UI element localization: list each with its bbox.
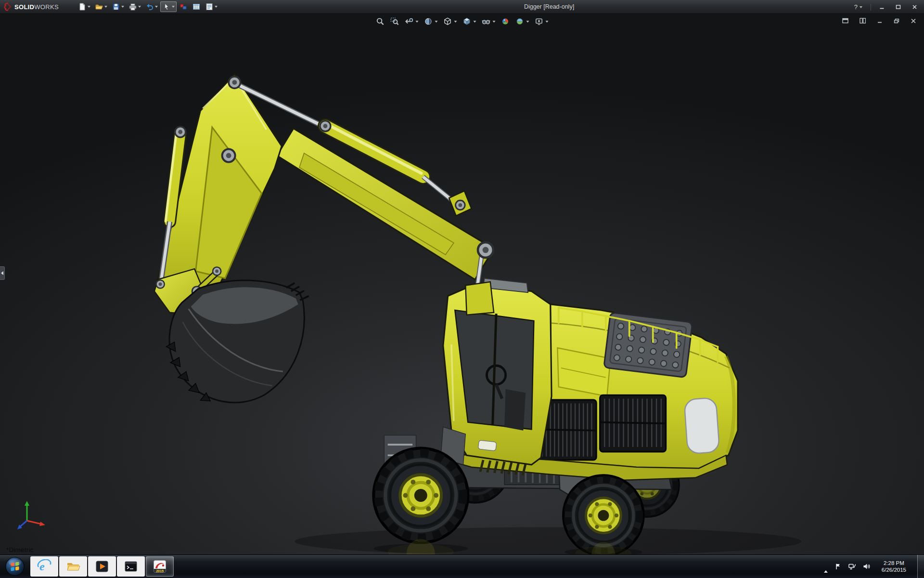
solidworks-logo-icon <box>3 2 12 11</box>
taskbar-app-windows-explorer[interactable] <box>59 556 87 577</box>
chevron-down-icon <box>435 21 438 23</box>
open-folder-icon <box>95 2 103 11</box>
tray-show-hidden-icons-button[interactable] <box>824 563 828 570</box>
pivot-boom-base <box>478 242 493 258</box>
side-grille-right <box>600 395 666 452</box>
scene-ball-icon <box>515 17 525 26</box>
close-button[interactable] <box>909 4 920 10</box>
pivot-link-c <box>213 267 221 275</box>
chevron-down-icon <box>454 21 457 23</box>
component-icon <box>179 2 188 11</box>
tray-action-center-button[interactable] <box>834 563 842 570</box>
tray-network-button[interactable] <box>848 563 856 570</box>
tile-windows-button[interactable] <box>857 17 869 24</box>
new-button[interactable] <box>76 1 92 12</box>
chevron-down-icon <box>416 21 419 23</box>
chevron-up-icon <box>824 563 828 573</box>
taskbar-app-internet-explorer[interactable]: e <box>30 556 58 577</box>
document-properties-button[interactable] <box>203 1 219 12</box>
open-button[interactable] <box>93 1 109 12</box>
boom-assembly <box>154 74 494 317</box>
start-button[interactable] <box>0 555 30 578</box>
pivot-left-cylinder <box>175 127 186 137</box>
media-player-icon <box>95 559 109 574</box>
internet-explorer-icon: e <box>37 559 51 574</box>
rear-window <box>684 397 719 454</box>
orientation-cube-icon <box>443 17 452 26</box>
chevron-down-icon <box>215 6 218 8</box>
print-button[interactable] <box>127 1 143 12</box>
new-window-button[interactable] <box>839 17 851 24</box>
appearance-ball-icon <box>501 17 510 26</box>
show-desktop-button[interactable] <box>917 555 924 578</box>
heads-up-view-toolbar <box>375 16 550 26</box>
help-button[interactable]: ? <box>851 3 865 11</box>
doc-minimize-icon <box>877 18 883 24</box>
bucket <box>166 280 308 403</box>
hide-show-items-button[interactable] <box>481 16 497 26</box>
view-orientation-button[interactable] <box>442 16 458 26</box>
zoom-to-area-button[interactable] <box>389 16 400 26</box>
windows-taskbar: e <box>0 554 924 578</box>
component-button[interactable] <box>177 1 190 12</box>
excavator-model[interactable] <box>0 14 924 554</box>
headlight <box>478 440 496 451</box>
maximize-icon <box>896 4 901 10</box>
chevron-left-icon <box>1 271 3 275</box>
display-style-icon <box>462 17 472 26</box>
view-settings-button[interactable] <box>534 16 550 26</box>
chevron-down-icon <box>172 6 175 8</box>
tile-windows-icon <box>860 18 866 24</box>
properties-form-icon <box>205 2 214 11</box>
printer-icon <box>128 2 137 11</box>
ground-shadow <box>295 527 801 554</box>
chevron-down-icon <box>526 21 529 23</box>
save-button[interactable] <box>110 1 126 12</box>
new-window-icon <box>842 18 848 24</box>
doc-restore-button[interactable] <box>891 18 902 24</box>
window-controls: ? <box>851 0 920 14</box>
taskbar-clock[interactable]: 2:28 PM 6/26/2015 <box>879 559 909 574</box>
display-style-button[interactable] <box>462 16 477 26</box>
pivot-cylinder-top <box>320 121 331 131</box>
section-view-button[interactable] <box>423 16 439 26</box>
chevron-down-icon <box>155 6 158 8</box>
minimize-icon <box>879 4 885 10</box>
desktop-screen: SOLIDWORKS <box>0 0 924 578</box>
taskbar-app-solidworks-2015[interactable]: 2015 <box>146 556 174 577</box>
previous-view-button[interactable] <box>404 16 420 26</box>
flag-icon <box>834 563 842 570</box>
doc-minimize-button[interactable] <box>874 18 886 24</box>
document-window-controls <box>839 17 919 24</box>
previous-view-icon <box>405 17 414 26</box>
maximize-button[interactable] <box>893 4 904 10</box>
zoom-area-icon <box>390 17 399 26</box>
chevron-down-icon <box>493 21 496 23</box>
minimize-button[interactable] <box>876 4 887 10</box>
doc-restore-icon <box>894 18 899 24</box>
new-document-icon <box>78 2 87 11</box>
taskbar-app-media-player[interactable] <box>88 556 116 577</box>
undo-button[interactable] <box>143 1 160 12</box>
svg-text:2015: 2015 <box>156 569 164 573</box>
chevron-down-icon <box>88 6 90 8</box>
window-title: Digger [Read-only] <box>524 3 574 10</box>
taskbar-app-command-prompt[interactable] <box>117 556 145 577</box>
brand-text: SOLIDWORKS <box>14 3 59 11</box>
edit-appearance-button[interactable] <box>500 16 511 26</box>
select-button[interactable] <box>160 1 177 12</box>
feature-panel-collapse-tab[interactable] <box>0 266 5 280</box>
pivot-link-a <box>156 280 164 288</box>
chevron-down-icon <box>474 21 476 23</box>
design-table-button[interactable] <box>190 1 203 12</box>
brand-suffix: WORKS <box>34 3 59 11</box>
tray-volume-button[interactable] <box>862 563 871 570</box>
wheel-front <box>373 448 468 543</box>
doc-close-button[interactable] <box>908 18 919 24</box>
zoom-to-fit-button[interactable] <box>375 16 386 26</box>
apply-scene-button[interactable] <box>514 16 530 26</box>
zoom-fit-icon <box>376 17 385 26</box>
doc-close-icon <box>911 18 916 24</box>
solidworks-brand: SOLIDWORKS <box>0 2 63 11</box>
reference-triad <box>11 496 49 534</box>
